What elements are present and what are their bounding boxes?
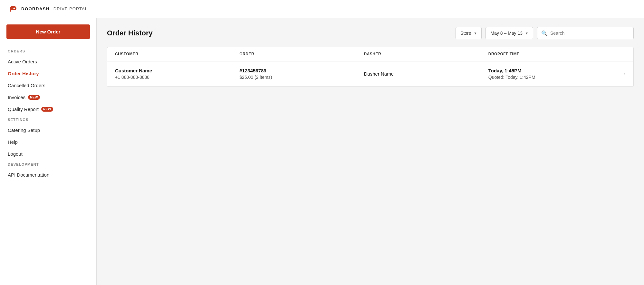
sidebar-item-logout[interactable]: Logout: [0, 148, 96, 160]
order-amount: $25.00 (2 items): [239, 75, 364, 80]
app-name: DOORDASH: [21, 6, 50, 11]
sidebar-sections: ORDERSActive OrdersOrder HistoryCancelle…: [0, 47, 96, 181]
dropoff-time: Today, 1:45PM: [488, 68, 613, 73]
logo-area: DOORDASH DRIVE PORTAL: [8, 4, 88, 14]
customer-phone: +1 888-888-8888: [115, 75, 239, 80]
top-nav: DOORDASH DRIVE PORTAL: [0, 0, 644, 18]
date-filter-label: May 8 – May 13: [490, 31, 523, 36]
col-header-order: ORDER: [239, 52, 364, 56]
sidebar-section-label-development: DEVELOPMENT: [0, 162, 96, 169]
sidebar-section-orders: ORDERSActive OrdersOrder HistoryCancelle…: [0, 49, 96, 115]
app-subtitle: DRIVE PORTAL: [53, 6, 88, 11]
header-controls: Store ▼ May 8 – May 13 ▼ 🔍: [456, 27, 634, 39]
dropoff-cell: Today, 1:45PM Quoted: Today, 1:42PM: [488, 68, 613, 80]
dropoff-quoted: Quoted: Today, 1:42PM: [488, 75, 613, 80]
customer-cell: Customer Name +1 888-888-8888: [115, 68, 239, 80]
sidebar-item-label-cancelled-orders: Cancelled Orders: [8, 83, 45, 88]
sidebar-item-cancelled-orders[interactable]: Cancelled Orders: [0, 79, 96, 91]
sidebar-item-active-orders[interactable]: Active Orders: [0, 56, 96, 68]
sidebar-item-badge-quality-report: New: [41, 107, 53, 112]
col-header-dasher: DASHER: [364, 52, 488, 56]
sidebar-item-quality-report[interactable]: Quality ReportNew: [0, 103, 96, 115]
sidebar-item-label-api-docs: API Documentation: [8, 172, 49, 178]
table-row[interactable]: Customer Name +1 888-888-8888 #123456789…: [107, 61, 633, 87]
sidebar-item-label-catering-setup: Catering Setup: [8, 127, 40, 133]
main-layout: New Order ORDERSActive OrdersOrder Histo…: [0, 18, 644, 285]
svg-point-0: [14, 7, 15, 9]
sidebar-item-api-docs[interactable]: API Documentation: [0, 169, 96, 181]
customer-name: Customer Name: [115, 68, 239, 73]
sidebar-item-order-history[interactable]: Order History: [0, 68, 96, 79]
content-area: Order History Store ▼ May 8 – May 13 ▼ 🔍: [97, 18, 644, 285]
col-header-dropoff: DROPOFF TIME: [488, 52, 613, 56]
store-filter-label: Store: [460, 31, 471, 36]
store-filter-dropdown[interactable]: Store ▼: [456, 27, 482, 39]
sidebar-item-label-help: Help: [8, 139, 18, 145]
store-filter-chevron-icon: ▼: [474, 32, 477, 35]
sidebar-section-label-orders: ORDERS: [0, 49, 96, 56]
order-table: CUSTOMER ORDER DASHER DROPOFF TIME Custo…: [107, 47, 634, 87]
sidebar-item-invoices[interactable]: InvoicesNew: [0, 91, 96, 103]
sidebar-section-label-settings: SETTINGS: [0, 118, 96, 124]
search-box[interactable]: 🔍: [537, 27, 634, 39]
dasher-cell: Dasher Name: [364, 71, 488, 77]
dasher-name: Dasher Name: [364, 71, 488, 77]
sidebar-item-catering-setup[interactable]: Catering Setup: [0, 124, 96, 136]
search-input[interactable]: [550, 31, 630, 36]
sidebar-item-label-order-history: Order History: [8, 71, 39, 76]
table-header: CUSTOMER ORDER DASHER DROPOFF TIME: [107, 47, 633, 61]
sidebar-item-help[interactable]: Help: [0, 136, 96, 148]
row-chevron-icon: ›: [613, 70, 626, 77]
sidebar-item-badge-invoices: New: [28, 95, 40, 100]
col-header-customer: CUSTOMER: [115, 52, 239, 56]
col-header-action: [613, 52, 626, 56]
sidebar-section-settings: SETTINGSCatering SetupHelpLogout: [0, 118, 96, 160]
sidebar-section-development: DEVELOPMENTAPI Documentation: [0, 162, 96, 181]
new-order-button[interactable]: New Order: [6, 24, 90, 39]
page-title: Order History: [107, 29, 153, 37]
sidebar-item-label-invoices: Invoices: [8, 95, 25, 100]
order-id: #123456789: [239, 68, 364, 73]
sidebar-item-label-logout: Logout: [8, 151, 23, 157]
date-filter-chevron-icon: ▼: [525, 32, 528, 35]
date-filter-dropdown[interactable]: May 8 – May 13 ▼: [485, 27, 533, 39]
order-cell: #123456789 $25.00 (2 items): [239, 68, 364, 80]
search-icon: 🔍: [541, 30, 548, 36]
sidebar: New Order ORDERSActive OrdersOrder Histo…: [0, 18, 97, 285]
doordash-logo-icon: [8, 4, 18, 14]
sidebar-item-label-active-orders: Active Orders: [8, 59, 37, 64]
sidebar-item-label-quality-report: Quality Report: [8, 106, 39, 112]
content-header: Order History Store ▼ May 8 – May 13 ▼ 🔍: [107, 27, 634, 39]
